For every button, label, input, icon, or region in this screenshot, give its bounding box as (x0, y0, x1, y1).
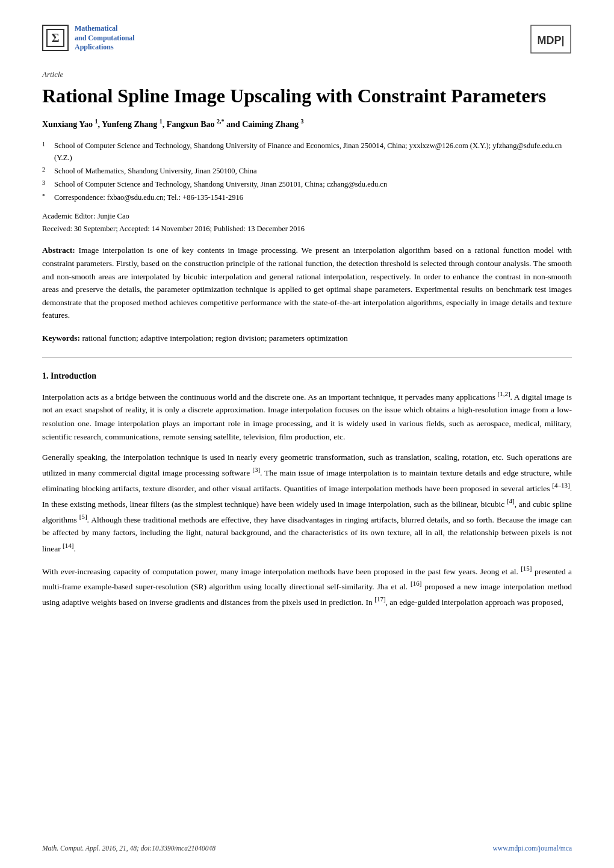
ref-15: [15] (521, 565, 532, 572)
affiliations: 1 School of Computer Science and Technol… (42, 140, 572, 203)
abstract-text: Abstract: Image interpolation is one of … (42, 244, 572, 322)
journal-icon: Σ (42, 25, 69, 51)
page: Σ Mathematical and Computational Applica… (0, 0, 614, 868)
keywords-text: Keywords: rational function; adaptive in… (42, 332, 572, 345)
section-divider (42, 357, 572, 358)
authors-line: Xunxiang Yao 1, Yunfeng Zhang 1, Fangxun… (42, 117, 572, 131)
journal-name-block: Mathematical and Computational Applicati… (75, 24, 135, 52)
intro-paragraph-3: With ever-increasing capacity of computa… (42, 563, 572, 609)
correspondence-line: * Correspondence: fxbao@sdu.edu.cn; Tel.… (42, 191, 572, 203)
journal-logo: Σ Mathematical and Computational Applica… (42, 24, 135, 52)
journal-name-line2: and Computational (75, 34, 135, 43)
aff-text-3: School of Computer Science and Technolog… (54, 178, 387, 190)
mdpi-logo: MDP| (530, 24, 572, 54)
ref-4-13: [4–13] (552, 482, 569, 489)
sigma-icon: Σ (46, 28, 65, 48)
aff-num-2: 2 (42, 165, 51, 177)
aff-num-1: 1 (42, 140, 51, 164)
svg-text:Σ: Σ (51, 31, 59, 45)
abstract-label: Abstract: (42, 246, 75, 255)
svg-text:MDP|: MDP| (537, 34, 564, 46)
ref-17: [17] (374, 595, 385, 603)
abstract-section: Abstract: Image interpolation is one of … (42, 244, 572, 322)
aff-text-2: School of Mathematics, Shandong Universi… (54, 165, 257, 177)
aff-num-3: 3 (42, 178, 51, 190)
page-header: Σ Mathematical and Computational Applica… (42, 24, 572, 54)
intro-paragraph-2: Generally speaking, the interpolation te… (42, 451, 572, 555)
authors-text: Xunxiang Yao 1, Yunfeng Zhang 1, Fangxun… (42, 120, 303, 129)
corr-symbol: * (42, 191, 51, 203)
affiliation-1: 1 School of Computer Science and Technol… (42, 140, 572, 164)
footer-url: www.mdpi.com/journal/mca (493, 843, 572, 854)
ref-16: [16] (411, 580, 421, 587)
journal-name-line3: Applications (75, 43, 135, 52)
mdpi-logo-svg: MDP| (530, 24, 572, 54)
affiliation-3: 3 School of Computer Science and Technol… (42, 178, 572, 190)
section1-title: 1. Introduction (42, 370, 572, 382)
keywords-section: Keywords: rational function; adaptive in… (42, 332, 572, 345)
ref-14: [14] (63, 542, 73, 549)
keywords-label: Keywords: (42, 333, 80, 343)
ref-3: [3] (252, 466, 260, 473)
intro-paragraph-1: Interpolation acts as a bridge between t… (42, 388, 572, 444)
page-footer: Math. Comput. Appl. 2016, 21, 48; doi:10… (42, 843, 572, 854)
journal-name-line1: Mathematical (75, 24, 135, 34)
article-type: Article (42, 69, 572, 81)
ref-5: [5] (79, 513, 87, 520)
affiliation-2: 2 School of Mathematics, Shandong Univer… (42, 165, 572, 177)
received-info: Received: 30 September; Accepted: 14 Nov… (42, 223, 572, 235)
ref-1-2: [1,2] (498, 390, 510, 397)
abstract-body: Image interpolation is one of key conten… (42, 246, 572, 320)
footer-citation: Math. Comput. Appl. 2016, 21, 48; doi:10… (42, 843, 216, 854)
editor-info: Academic Editor: Junjie Cao (42, 211, 572, 222)
ref-4: [4] (507, 497, 515, 504)
article-title: Rational Spline Image Upscaling with Con… (42, 84, 572, 107)
aff-text-1: School of Computer Science and Technolog… (54, 140, 572, 164)
keywords-body: rational function; adaptive interpolatio… (82, 333, 347, 343)
correspondence-text: Correspondence: fxbao@sdu.edu.cn; Tel.: … (54, 191, 243, 203)
